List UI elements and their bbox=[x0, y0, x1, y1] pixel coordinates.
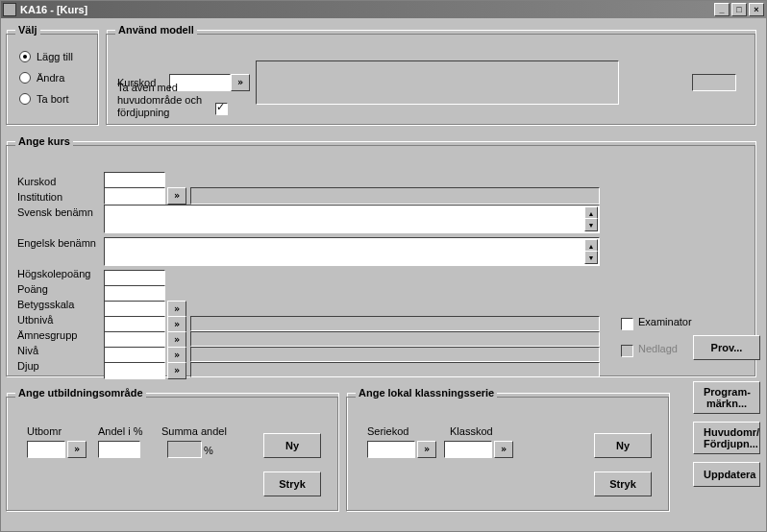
djup-display bbox=[190, 362, 600, 377]
ange-kurs-group: Ange kurs Kurskod Institution Svensk ben… bbox=[7, 135, 756, 377]
programmarkn-button[interactable]: Program- märkn... bbox=[693, 381, 760, 414]
djup-lookup-button[interactable]: » bbox=[167, 362, 186, 379]
andel-label: Andel i % bbox=[98, 425, 142, 437]
engelsk-label: Engelsk benämn bbox=[17, 235, 96, 251]
klasskod-lookup-button[interactable]: » bbox=[494, 441, 513, 458]
utbomr-stryk-button[interactable]: Stryk bbox=[263, 472, 321, 496]
summa-display bbox=[167, 441, 202, 458]
utbomr-legend: Ange utbildningsområde bbox=[15, 387, 146, 399]
radio-ta-bort[interactable]: Ta bort bbox=[19, 93, 90, 105]
radio-icon bbox=[19, 72, 31, 84]
kurskod-label: Kurskod bbox=[17, 174, 96, 189]
andel-input[interactable] bbox=[98, 441, 140, 458]
minimize-button[interactable]: _ bbox=[714, 3, 730, 16]
hogskolepoang-label: Högskolepoäng bbox=[17, 266, 96, 281]
poang-label: Poäng bbox=[17, 281, 96, 297]
djup-input[interactable] bbox=[104, 362, 165, 379]
utbomr-lookup-button[interactable]: » bbox=[67, 441, 87, 458]
model-ta-aven-label: Ta även med huvudområde och fördjupning bbox=[117, 82, 202, 118]
uppdatera-button[interactable]: Uppdatera bbox=[693, 462, 760, 487]
institution-lookup-button[interactable]: » bbox=[167, 187, 186, 205]
radio-lagg-till[interactable]: Lägg till bbox=[19, 51, 90, 62]
radio-icon bbox=[19, 51, 31, 62]
radio-icon bbox=[19, 93, 31, 105]
institution-label: Institution bbox=[17, 189, 96, 205]
window: KA16 - [Kurs] _ □ × Välj Lägg till Ändra… bbox=[0, 0, 767, 532]
radio-andra[interactable]: Ändra bbox=[19, 72, 90, 84]
model-kurskod-lookup-button[interactable]: » bbox=[231, 74, 250, 91]
engelsk-textarea[interactable]: ▲ ▼ bbox=[104, 237, 600, 266]
klasskod-input[interactable] bbox=[444, 441, 492, 458]
huvudomr-button[interactable]: Huvudomr/ Fördjupn... bbox=[693, 422, 760, 454]
klasskod-label: Klasskod bbox=[450, 425, 493, 437]
anvand-modell-group: Använd modell Kurskod » Ta även med huvu… bbox=[107, 24, 756, 126]
client-area: Välj Lägg till Ändra Ta bort Använd mode… bbox=[1, 18, 766, 531]
seriekod-lookup-button[interactable]: » bbox=[417, 441, 436, 458]
nedlagd-checkbox bbox=[621, 345, 633, 357]
utbniva-label: Utbnivå bbox=[17, 312, 96, 327]
close-button[interactable]: × bbox=[749, 3, 764, 16]
klassningsserie-group: Ange lokal klassningsserie Seriekod Klas… bbox=[347, 387, 670, 512]
scroll-down-icon[interactable]: ▼ bbox=[584, 218, 598, 231]
model-description bbox=[256, 60, 619, 105]
utbildningsomrade-group: Ange utbildningsområde Utbomr Andel i % … bbox=[7, 387, 339, 512]
djup-label: Djup bbox=[17, 358, 96, 374]
maximize-button[interactable]: □ bbox=[731, 3, 747, 16]
model-extra-field bbox=[692, 74, 736, 91]
svensk-label: Svensk benämn bbox=[17, 205, 96, 220]
svensk-textarea[interactable]: ▲ ▼ bbox=[104, 205, 600, 233]
amnesgrupp-label: Ämnesgrupp bbox=[17, 327, 96, 343]
institution-input[interactable] bbox=[104, 187, 165, 205]
valj-group: Välj Lägg till Ändra Ta bort bbox=[7, 24, 99, 126]
utbomr-ny-button[interactable]: Ny bbox=[263, 433, 321, 458]
scroll-down-icon[interactable]: ▼ bbox=[584, 251, 598, 264]
seriekod-label: Seriekod bbox=[367, 425, 408, 437]
betygsskala-label: Betygsskala bbox=[17, 297, 96, 312]
institution-display bbox=[190, 187, 600, 205]
app-icon bbox=[3, 3, 16, 16]
niva-label: Nivå bbox=[17, 343, 96, 358]
examinator-checkbox[interactable] bbox=[621, 318, 633, 330]
seriekod-input[interactable] bbox=[367, 441, 415, 458]
niva-display bbox=[190, 347, 600, 362]
summa-label: Summa andel bbox=[161, 425, 227, 437]
titlebar: KA16 - [Kurs] _ □ × bbox=[1, 1, 766, 18]
examinator-label: Examinator bbox=[638, 316, 692, 327]
amnesgrupp-display bbox=[190, 331, 600, 347]
window-title: KA16 - [Kurs] bbox=[20, 4, 87, 15]
klass-stryk-button[interactable]: Stryk bbox=[594, 472, 652, 496]
utbniva-display bbox=[190, 316, 600, 331]
utbomr-input[interactable] bbox=[27, 441, 65, 458]
nedlagd-label: Nedlagd bbox=[638, 343, 678, 354]
model-legend: Använd modell bbox=[115, 24, 197, 36]
prov-button[interactable]: Prov... bbox=[693, 335, 760, 360]
klass-legend: Ange lokal klassningsserie bbox=[356, 387, 497, 399]
kurs-legend: Ange kurs bbox=[15, 135, 73, 147]
model-ta-aven-checkbox[interactable] bbox=[215, 103, 228, 115]
klass-ny-button[interactable]: Ny bbox=[594, 433, 652, 458]
valj-legend: Välj bbox=[15, 24, 40, 36]
percent-label: % bbox=[204, 445, 213, 456]
utbomr-label: Utbomr bbox=[27, 425, 62, 437]
